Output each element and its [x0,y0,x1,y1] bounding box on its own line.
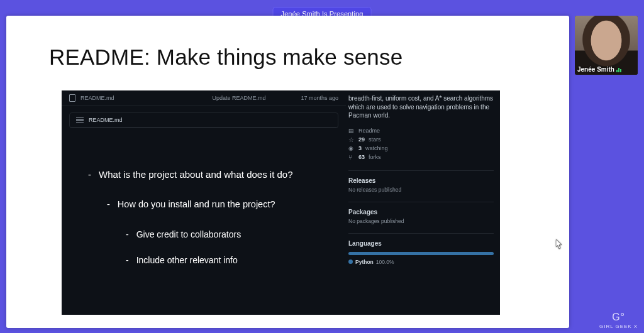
bullet-text: How do you install and run the project? [118,199,275,211]
star-icon [348,136,355,143]
presentation-slide: README: Make things make sense README.md… [6,16,569,328]
meta-label: forks [369,154,381,160]
meta-readme: Readme [348,126,494,135]
audio-level-icon [616,67,621,72]
list-icon [76,117,84,123]
bullet-dash-icon: - [126,254,129,266]
section-subtext: No releases published [348,187,494,193]
github-screenshot: README.md Update README.md 17 months ago… [62,90,500,315]
github-main-column: README.md Update README.md 17 months ago… [62,90,346,315]
slide-bullets: - What is the project about and what doe… [88,168,327,280]
language-dot-icon [348,259,353,264]
meta-stars: 29stars [348,135,494,144]
language-row: Python 100.0% [348,259,494,265]
releases-section: Releases No releases published [348,170,494,193]
meta-forks: 63forks [348,153,494,161]
bullet-dash-icon: - [126,229,129,241]
commit-message: Update README.md [212,95,265,101]
meta-count: 29 [358,136,365,143]
file-icon [69,94,75,102]
bullet-text: Include other relevant info [136,254,238,266]
watermark: G° GIRL GEEK X [599,312,638,329]
file-name: README.md [80,95,114,101]
github-sidebar: breadth-first, uniform cost, and A* sear… [346,90,500,315]
meta-count: 3 [358,145,362,151]
language-pct: 100.0% [376,259,394,265]
packages-section: Packages No packages published [348,202,494,224]
section-heading: Languages [348,240,494,247]
section-heading: Releases [348,177,494,184]
repo-description: breadth-first, uniform cost, and A* sear… [348,93,494,126]
readme-filename: README.md [89,117,123,123]
meta-label: stars [369,136,381,143]
mouse-cursor-icon [556,239,563,249]
presenter-name-badge: Jenée Smith [577,66,621,73]
bullet-dash-icon: - [88,168,91,181]
language-bar [348,252,494,255]
bullet-1: - What is the project about and what doe… [88,168,327,181]
meta-watching: 3watching [348,144,494,153]
meta-label: Readme [358,128,380,134]
bullet-2: - How do you install and run the project… [88,199,327,211]
meta-count: 63 [358,154,365,160]
presenter-video-tile[interactable]: Jenée Smith [575,16,638,75]
meta-label: watching [365,145,388,151]
commit-time: 17 months ago [301,95,338,101]
bullet-text: Give credit to collaborators [136,229,242,241]
section-subtext: No packages published [348,218,494,224]
watermark-glyph-icon: G° [612,312,625,322]
bullet-4: - Include other relevant info [88,254,327,266]
bullet-dash-icon: - [107,199,110,211]
eye-icon [348,145,355,151]
readme-header: README.md [70,113,338,128]
watermark-label: GIRL GEEK X [599,324,638,329]
slide-title: README: Make things make sense [49,45,402,70]
fork-icon [348,154,355,160]
section-heading: Packages [348,209,494,216]
github-file-row: README.md Update README.md 17 months ago [62,90,346,106]
readme-container: README.md [69,112,338,128]
bullet-3: - Give credit to collaborators [88,229,327,241]
language-name: Python [355,259,374,265]
readme-icon [348,128,355,134]
languages-section: Languages Python 100.0% [348,233,494,265]
bullet-text: What is the project about and what does … [99,168,293,181]
presenter-name: Jenée Smith [577,66,614,73]
